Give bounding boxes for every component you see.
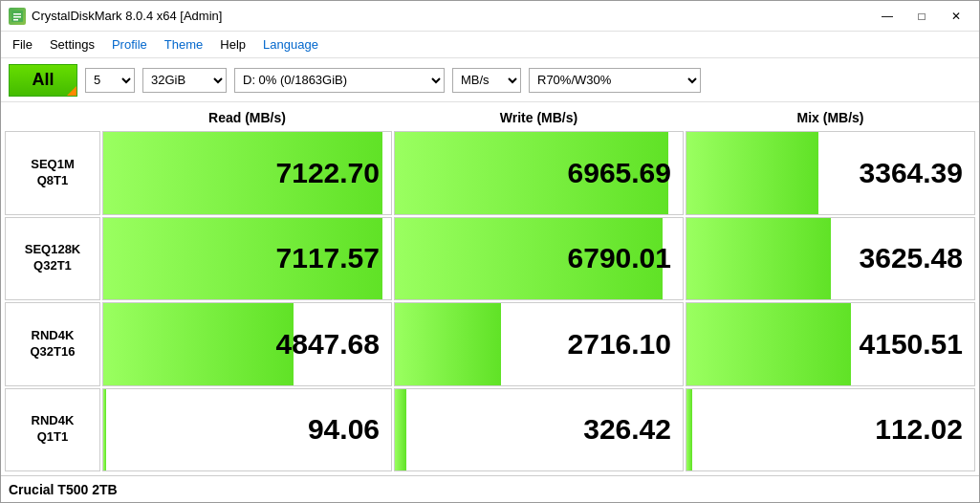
- menu-bar: File Settings Profile Theme Help Languag…: [1, 32, 979, 58]
- footer-text: Crucial T500 2TB: [9, 482, 118, 497]
- row-read-value: 7122.70: [276, 157, 380, 189]
- row-label: RND4KQ1T1: [5, 388, 100, 472]
- svg-rect-3: [13, 19, 18, 21]
- window-controls: — □ ✕: [872, 7, 971, 26]
- row-read-value: 94.06: [308, 413, 380, 446]
- row-mix-cell: 4150.51: [686, 302, 975, 386]
- row-write-cell: 6790.01: [394, 217, 684, 301]
- table-row: SEQ1MQ8T17122.706965.693364.39: [5, 131, 975, 215]
- menu-language[interactable]: Language: [255, 34, 326, 55]
- benchmark-table: Read (MB/s) Write (MB/s) Mix (MB/s) SEQ1…: [1, 102, 979, 475]
- row-read-cell: 94.06: [102, 388, 392, 472]
- menu-profile[interactable]: Profile: [104, 34, 155, 55]
- loops-select[interactable]: 5: [85, 68, 135, 93]
- svg-rect-2: [13, 16, 21, 18]
- header-label: [5, 106, 100, 129]
- row-write-value: 6965.69: [568, 157, 671, 189]
- row-mix-cell: 112.02: [686, 388, 975, 472]
- header-read: Read (MB/s): [102, 106, 392, 129]
- table-row: RND4KQ1T194.06326.42112.02: [5, 388, 975, 472]
- app-icon: [9, 8, 26, 25]
- profile-select[interactable]: R70%/W30%: [529, 68, 701, 93]
- close-button[interactable]: ✕: [941, 7, 971, 26]
- maximize-button[interactable]: □: [906, 7, 937, 26]
- minimize-button[interactable]: —: [872, 7, 903, 26]
- row-mix-value: 4150.51: [860, 328, 963, 361]
- row-write-value: 6790.01: [568, 242, 671, 274]
- footer: Crucial T500 2TB: [1, 475, 979, 502]
- row-write-cell: 326.42: [394, 388, 684, 472]
- menu-settings[interactable]: Settings: [42, 34, 102, 55]
- row-read-cell: 4847.68: [102, 302, 392, 386]
- row-read-cell: 7122.70: [102, 131, 392, 215]
- row-label: SEQ1MQ8T1: [5, 131, 100, 215]
- window-title: CrystalDiskMark 8.0.4 x64 [Admin]: [32, 9, 872, 23]
- table-header: Read (MB/s) Write (MB/s) Mix (MB/s): [5, 106, 975, 129]
- row-write-cell: 2716.10: [394, 302, 684, 386]
- main-window: CrystalDiskMark 8.0.4 x64 [Admin] — □ ✕ …: [0, 0, 980, 503]
- row-mix-value: 3364.39: [860, 157, 963, 189]
- menu-file[interactable]: File: [5, 34, 40, 55]
- table-row: SEQ128KQ32T17117.576790.013625.48: [5, 217, 975, 301]
- size-select[interactable]: 32GiB: [142, 68, 227, 93]
- data-rows: SEQ1MQ8T17122.706965.693364.39SEQ128KQ32…: [5, 131, 975, 471]
- row-mix-value: 3625.48: [860, 242, 963, 274]
- row-write-value: 326.42: [583, 413, 671, 446]
- menu-theme[interactable]: Theme: [157, 34, 210, 55]
- row-read-value: 7117.57: [276, 242, 380, 274]
- row-label: SEQ128KQ32T1: [5, 217, 100, 301]
- table-row: RND4KQ32T164847.682716.104150.51: [5, 302, 975, 386]
- row-mix-value: 112.02: [875, 413, 963, 446]
- title-bar: CrystalDiskMark 8.0.4 x64 [Admin] — □ ✕: [1, 1, 979, 32]
- header-mix: Mix (MB/s): [686, 106, 975, 129]
- menu-help[interactable]: Help: [212, 34, 253, 55]
- row-write-value: 2716.10: [568, 328, 671, 361]
- header-write: Write (MB/s): [394, 106, 684, 129]
- svg-rect-1: [13, 13, 21, 15]
- toolbar: All 5 32GiB D: 0% (0/1863GiB) MB/s R70%/…: [1, 58, 979, 102]
- unit-select[interactable]: MB/s: [452, 68, 521, 93]
- all-button[interactable]: All: [9, 64, 77, 97]
- row-label: RND4KQ32T16: [5, 302, 100, 386]
- row-mix-cell: 3364.39: [686, 131, 975, 215]
- row-read-value: 4847.68: [276, 328, 380, 361]
- row-write-cell: 6965.69: [394, 131, 684, 215]
- row-read-cell: 7117.57: [102, 217, 392, 301]
- row-mix-cell: 3625.48: [686, 217, 975, 301]
- drive-select[interactable]: D: 0% (0/1863GiB): [234, 68, 445, 93]
